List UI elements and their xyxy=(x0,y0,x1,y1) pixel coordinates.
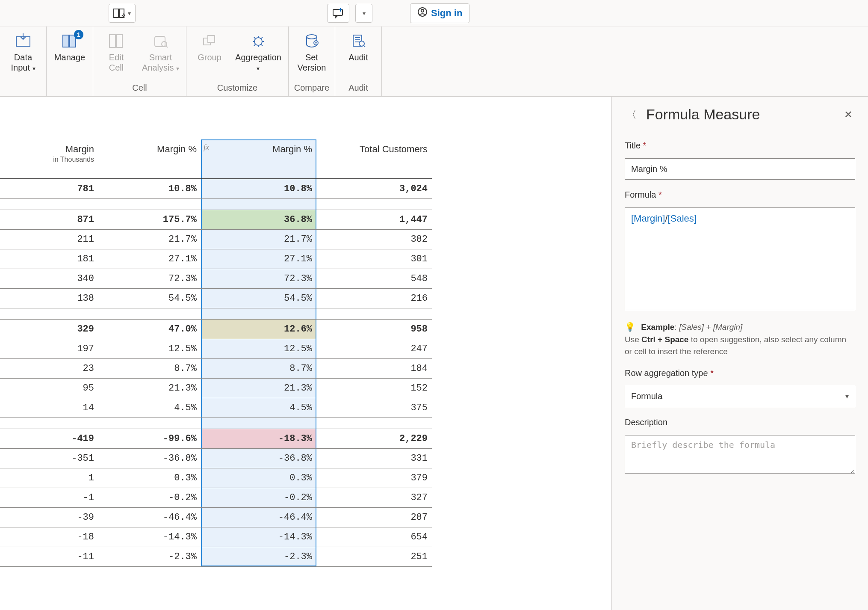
cell[interactable]: -99.6% xyxy=(98,429,201,448)
cell[interactable]: 1,447 xyxy=(316,210,432,229)
table-row[interactable]: 32947.0%12.6%958 xyxy=(0,319,432,339)
cell[interactable]: 2,229 xyxy=(316,429,432,448)
col-header-total-customers[interactable]: Total Customers xyxy=(316,139,432,179)
cell[interactable]: 4.5% xyxy=(201,398,316,418)
cell[interactable]: 21.3% xyxy=(201,378,316,398)
cell[interactable]: -2.3% xyxy=(201,547,316,566)
cell[interactable]: 138 xyxy=(0,288,98,308)
table-row[interactable]: -419-99.6%-18.3%2,229 xyxy=(0,429,432,448)
cell[interactable]: 0.3% xyxy=(98,468,201,488)
cell[interactable]: 301 xyxy=(316,249,432,269)
description-input[interactable] xyxy=(625,435,855,474)
table-row[interactable]: 21121.7%21.7%382 xyxy=(0,229,432,249)
cell[interactable]: 247 xyxy=(316,339,432,358)
cell[interactable]: 152 xyxy=(316,378,432,398)
aggregation-select[interactable]: Formula ▾ xyxy=(625,386,855,407)
cell[interactable]: 8.7% xyxy=(98,358,201,378)
table-row[interactable] xyxy=(0,308,432,319)
table-row[interactable]: -1-0.2%-0.2%327 xyxy=(0,488,432,507)
cell[interactable]: 781 xyxy=(0,179,98,198)
comment-dropdown-button[interactable]: ▾ xyxy=(355,4,372,23)
cell[interactable]: 36.8% xyxy=(201,210,316,229)
cell[interactable]: 21.7% xyxy=(98,229,201,249)
table-row[interactable]: 13854.5%54.5%216 xyxy=(0,288,432,308)
cell[interactable]: 10.8% xyxy=(98,179,201,198)
cell[interactable]: 958 xyxy=(316,319,432,339)
cell[interactable]: 12.5% xyxy=(98,339,201,358)
cell[interactable]: -2.3% xyxy=(98,547,201,566)
cell[interactable]: -351 xyxy=(0,448,98,468)
cell[interactable]: 340 xyxy=(0,269,98,288)
cell[interactable]: -14.3% xyxy=(201,527,316,547)
col-header-margin-pct[interactable]: Margin % xyxy=(98,139,201,179)
cell[interactable]: 14 xyxy=(0,398,98,418)
col-header-margin[interactable]: Margin in Thousands xyxy=(0,139,98,179)
cell[interactable]: 379 xyxy=(316,468,432,488)
cell[interactable]: 216 xyxy=(316,288,432,308)
table-row[interactable]: -11-2.3%-2.3%251 xyxy=(0,547,432,566)
audit-button[interactable]: Audit xyxy=(340,30,377,62)
cell[interactable]: 72.3% xyxy=(98,269,201,288)
cell[interactable]: 54.5% xyxy=(201,288,316,308)
cell[interactable]: 548 xyxy=(316,269,432,288)
cell[interactable]: 382 xyxy=(316,229,432,249)
cell[interactable]: 375 xyxy=(316,398,432,418)
cell[interactable]: 1 xyxy=(0,468,98,488)
cell[interactable]: -39 xyxy=(0,507,98,527)
cell[interactable]: 329 xyxy=(0,319,98,339)
cell[interactable]: -0.2% xyxy=(201,488,316,507)
cell[interactable]: 0.3% xyxy=(201,468,316,488)
comment-add-button[interactable] xyxy=(327,4,349,23)
cell[interactable]: -1 xyxy=(0,488,98,507)
cell[interactable]: -18 xyxy=(0,527,98,547)
cell[interactable]: 327 xyxy=(316,488,432,507)
cell[interactable]: 21.7% xyxy=(201,229,316,249)
table-row[interactable]: 34072.3%72.3%548 xyxy=(0,269,432,288)
cell[interactable]: 12.6% xyxy=(201,319,316,339)
table-row[interactable]: 144.5%4.5%375 xyxy=(0,398,432,418)
table-row[interactable]: 19712.5%12.5%247 xyxy=(0,339,432,358)
cell[interactable]: 184 xyxy=(316,358,432,378)
cell[interactable]: -0.2% xyxy=(98,488,201,507)
cell[interactable]: 3,024 xyxy=(316,179,432,198)
table-row[interactable]: -18-14.3%-14.3%654 xyxy=(0,527,432,547)
cell[interactable]: -11 xyxy=(0,547,98,566)
table-row[interactable]: 18127.1%27.1%301 xyxy=(0,249,432,269)
cell[interactable]: 8.7% xyxy=(201,358,316,378)
cell[interactable]: 27.1% xyxy=(201,249,316,269)
aggregation-button[interactable]: Aggregation ▾ xyxy=(233,30,284,73)
cell[interactable]: 4.5% xyxy=(98,398,201,418)
cell[interactable]: -419 xyxy=(0,429,98,448)
panel-back-button[interactable]: 〈 xyxy=(625,108,638,121)
cell[interactable]: 12.5% xyxy=(201,339,316,358)
cell[interactable]: 654 xyxy=(316,527,432,547)
set-version-button[interactable]: Set Version xyxy=(293,30,331,73)
table-row[interactable]: 238.7%8.7%184 xyxy=(0,358,432,378)
cell[interactable]: 47.0% xyxy=(98,319,201,339)
table-row[interactable]: 10.3%0.3%379 xyxy=(0,468,432,488)
layout-toggle-button[interactable]: ▾ xyxy=(109,4,136,23)
cell[interactable]: -36.8% xyxy=(201,448,316,468)
manage-button[interactable]: 1 Manage xyxy=(51,30,89,62)
cell[interactable]: 251 xyxy=(316,547,432,566)
formula-input[interactable]: [Margin]/[Sales] xyxy=(625,207,855,310)
cell[interactable]: -18.3% xyxy=(201,429,316,448)
col-header-margin-pct-formula[interactable]: fx Margin % xyxy=(201,139,316,179)
cell[interactable]: 27.1% xyxy=(98,249,201,269)
cell[interactable]: 331 xyxy=(316,448,432,468)
cell[interactable]: 10.8% xyxy=(201,179,316,198)
cell[interactable]: -46.4% xyxy=(201,507,316,527)
table-row[interactable]: 78110.8%10.8%3,024 xyxy=(0,179,432,198)
table-row[interactable]: -351-36.8%-36.8%331 xyxy=(0,448,432,468)
cell[interactable]: 871 xyxy=(0,210,98,229)
cell[interactable]: 181 xyxy=(0,249,98,269)
cell[interactable]: 197 xyxy=(0,339,98,358)
title-input[interactable] xyxy=(625,158,855,180)
cell[interactable]: 95 xyxy=(0,378,98,398)
cell[interactable]: 211 xyxy=(0,229,98,249)
cell[interactable]: 175.7% xyxy=(98,210,201,229)
data-input-button[interactable]: Data Input ▾ xyxy=(4,30,42,73)
panel-close-button[interactable]: ✕ xyxy=(841,108,855,121)
cell[interactable]: 23 xyxy=(0,358,98,378)
cell[interactable]: 21.3% xyxy=(98,378,201,398)
